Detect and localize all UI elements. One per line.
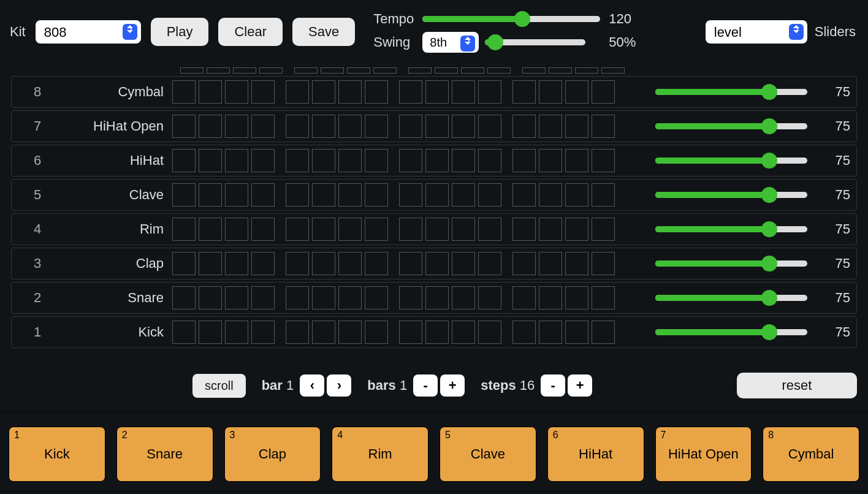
step-cell[interactable] [251,252,275,275]
step-cell[interactable] [365,321,388,344]
scroll-button[interactable]: scroll [192,374,246,398]
step-cell[interactable] [452,218,475,241]
step-cell[interactable] [452,80,475,104]
step-cell[interactable] [312,80,335,104]
step-cell[interactable] [425,218,449,241]
step-cell[interactable] [565,218,588,241]
step-cell[interactable] [172,218,196,241]
step-cell[interactable] [592,183,615,207]
step-cell[interactable] [539,80,562,104]
step-cell[interactable] [539,286,562,310]
step-cell[interactable] [225,252,248,275]
step-cell[interactable] [592,321,615,344]
step-cell[interactable] [565,321,588,344]
track-level-slider[interactable] [655,223,807,235]
step-cell[interactable] [565,252,588,275]
step-cell[interactable] [312,252,335,275]
step-cell[interactable] [592,252,615,275]
step-cell[interactable] [365,80,388,104]
step-cell[interactable] [399,149,422,172]
step-cell[interactable] [565,149,588,172]
step-cell[interactable] [478,115,501,138]
reset-button[interactable]: reset [737,373,857,398]
step-cell[interactable] [425,183,449,207]
step-cell[interactable] [286,286,309,310]
track-level-slider[interactable] [655,120,807,132]
sliders-mode-select[interactable]: level [706,20,807,44]
drum-pad[interactable]: 1Kick [9,427,105,482]
step-cell[interactable] [478,286,501,310]
drum-pad[interactable]: 4Rim [332,427,428,482]
step-cell[interactable] [338,183,362,207]
step-cell[interactable] [338,115,362,138]
step-cell[interactable] [199,218,222,241]
step-cell[interactable] [478,149,501,172]
step-cell[interactable] [286,218,309,241]
tempo-slider[interactable] [422,13,600,25]
step-cell[interactable] [399,115,422,138]
step-cell[interactable] [338,286,362,310]
step-cell[interactable] [286,252,309,275]
step-cell[interactable] [225,183,248,207]
drum-pad[interactable]: 7HiHat Open [655,427,752,482]
step-cell[interactable] [312,286,335,310]
steps-minus-button[interactable]: - [541,374,565,397]
step-cell[interactable] [312,218,335,241]
step-cell[interactable] [539,115,562,138]
step-cell[interactable] [565,183,588,207]
bar-prev-button[interactable]: ‹ [300,374,324,397]
drum-pad[interactable]: 3Clap [224,427,321,482]
step-cell[interactable] [199,80,222,104]
swing-slider[interactable] [485,36,585,48]
step-cell[interactable] [199,252,222,275]
step-cell[interactable] [399,321,422,344]
step-cell[interactable] [251,321,275,344]
step-cell[interactable] [225,218,248,241]
step-cell[interactable] [512,218,536,241]
step-cell[interactable] [286,321,309,344]
step-cell[interactable] [225,286,248,310]
drum-pad[interactable]: 6HiHat [547,427,644,482]
drum-pad[interactable]: 8Cymbal [763,427,859,482]
step-cell[interactable] [425,80,449,104]
step-cell[interactable] [592,218,615,241]
step-cell[interactable] [365,252,388,275]
step-cell[interactable] [592,286,615,310]
step-cell[interactable] [565,286,588,310]
step-cell[interactable] [425,321,449,344]
step-cell[interactable] [338,218,362,241]
step-cell[interactable] [539,149,562,172]
step-cell[interactable] [478,321,501,344]
step-cell[interactable] [312,321,335,344]
step-cell[interactable] [199,321,222,344]
step-cell[interactable] [199,286,222,310]
step-cell[interactable] [539,252,562,275]
step-cell[interactable] [312,183,335,207]
drum-pad[interactable]: 5Clave [440,427,536,482]
step-cell[interactable] [425,252,449,275]
step-cell[interactable] [452,149,475,172]
step-cell[interactable] [399,80,422,104]
steps-plus-button[interactable]: + [568,374,592,397]
step-cell[interactable] [365,115,388,138]
step-cell[interactable] [286,115,309,138]
step-cell[interactable] [425,149,449,172]
step-cell[interactable] [251,183,275,207]
step-cell[interactable] [199,115,222,138]
step-cell[interactable] [512,115,536,138]
step-cell[interactable] [399,183,422,207]
step-cell[interactable] [172,183,196,207]
step-cell[interactable] [251,218,275,241]
step-cell[interactable] [565,115,588,138]
swing-unit-select[interactable]: 8th [422,32,479,53]
step-cell[interactable] [225,80,248,104]
step-cell[interactable] [512,149,536,172]
step-cell[interactable] [286,80,309,104]
bar-next-button[interactable]: › [327,374,351,397]
step-cell[interactable] [286,183,309,207]
step-cell[interactable] [251,149,275,172]
step-cell[interactable] [452,183,475,207]
step-cell[interactable] [338,252,362,275]
step-cell[interactable] [478,252,501,275]
clear-button[interactable]: Clear [218,18,283,46]
